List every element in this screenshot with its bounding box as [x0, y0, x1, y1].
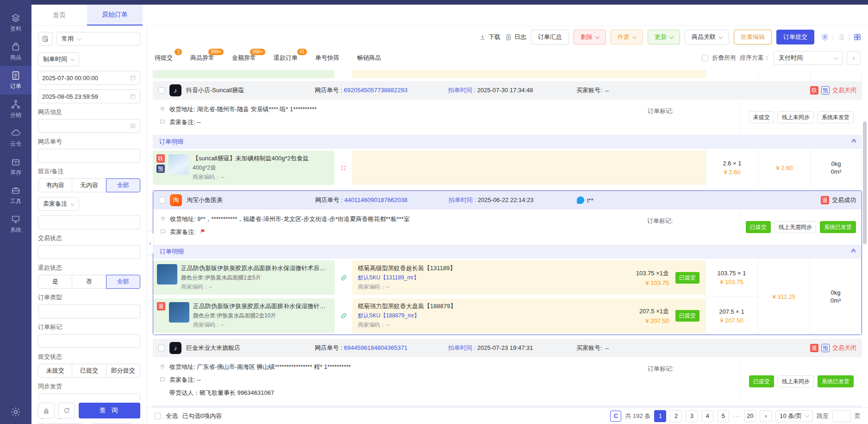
- link-status-cell[interactable]: [335, 259, 352, 297]
- product-link-button[interactable]: 商品关联: [685, 30, 729, 44]
- tab-home[interactable]: 首页: [31, 5, 87, 25]
- page-button-5[interactable]: 5: [717, 410, 729, 422]
- submit-opt-partial[interactable]: 部分提交: [106, 364, 140, 378]
- sidebar-settings-button[interactable]: [0, 406, 31, 418]
- next-icon: ›: [765, 412, 767, 419]
- void-button[interactable]: 作废: [611, 30, 643, 44]
- order-items: 联 预 【suncall膳寇】未加碘精制盐400g*2包食盐 400g*2袋 商…: [153, 149, 862, 187]
- delete-button[interactable]: 删除: [574, 30, 606, 44]
- order-no-link[interactable]: 4401146090187662038: [344, 196, 407, 203]
- page-button-2[interactable]: 2: [670, 410, 682, 422]
- collapse-all-checkbox[interactable]: [702, 55, 708, 61]
- date-to-input[interactable]: [42, 93, 130, 100]
- next-page-button[interactable]: ›: [760, 410, 772, 422]
- sort-direction-button[interactable]: ↑: [847, 51, 861, 65]
- shop-no-input[interactable]: [42, 152, 136, 159]
- filter-preset-select[interactable]: 常用: [56, 32, 140, 46]
- sidebar-item-system[interactable]: 系统: [0, 209, 31, 238]
- refund-opt-yes[interactable]: 是: [38, 275, 72, 289]
- shop-info-input[interactable]: [42, 123, 130, 130]
- matched-merchant-code: 商家编码：--: [358, 283, 630, 291]
- link-status-cell[interactable]: [334, 149, 352, 187]
- panel-collapse-handle[interactable]: ‹: [147, 231, 154, 256]
- msg-opt-no-content[interactable]: 无内容: [72, 178, 106, 192]
- quick-tab-amount-abnormal[interactable]: 金额异常999+: [232, 54, 256, 62]
- settings-gear-icon[interactable]: [821, 33, 829, 41]
- total-amount: ¥ 2.60: [776, 165, 793, 171]
- download-button[interactable]: 下载: [479, 33, 500, 41]
- sidebar-item-orders[interactable]: 订单: [0, 66, 31, 95]
- buyer-label: 买家账号:: [576, 344, 602, 352]
- sidebar-item-distribution[interactable]: 分销: [0, 95, 31, 123]
- seller-note-input[interactable]: [42, 219, 136, 226]
- search-button[interactable]: 查 询: [79, 403, 140, 418]
- trade-status-input[interactable]: [42, 249, 136, 256]
- collapse-detail-button[interactable]: [852, 249, 855, 254]
- refund-opt-no[interactable]: 否: [72, 275, 106, 289]
- batch-edit-button[interactable]: 批量编辑: [734, 30, 772, 44]
- collapse-all-label: 折叠所有: [712, 54, 736, 62]
- log-button[interactable]: 日志: [505, 33, 526, 41]
- status-submitted: 已提交: [746, 221, 771, 233]
- page-ellipsis[interactable]: ···: [733, 412, 740, 419]
- submit-opt-submitted[interactable]: 已提交: [72, 364, 106, 378]
- order-checkbox[interactable]: [158, 87, 165, 94]
- link-status-cell[interactable]: [335, 297, 352, 335]
- page-button-3[interactable]: 3: [686, 410, 698, 422]
- date-from-input[interactable]: [42, 75, 130, 82]
- sidebar-item-tools[interactable]: 工具: [0, 181, 31, 209]
- order-submit-button[interactable]: 订单提交: [776, 30, 814, 44]
- order-checkbox[interactable]: [158, 345, 165, 351]
- card-view-icon[interactable]: [853, 33, 862, 41]
- collapse-detail-button[interactable]: [852, 139, 856, 144]
- quick-tab-hot-products[interactable]: 畅销商品: [357, 54, 381, 62]
- quick-tab-refund-orders[interactable]: 退款订单41: [274, 54, 298, 62]
- submit-opt-unsubmitted[interactable]: 未提交: [38, 364, 72, 378]
- time-type-select[interactable]: 制单时间: [38, 52, 79, 66]
- msg-opt-all[interactable]: 全部: [106, 178, 140, 192]
- vertical-scrollbar[interactable]: [863, 121, 867, 244]
- reset-button[interactable]: [58, 403, 75, 418]
- sidebar-item-inventory[interactable]: 库存: [0, 152, 31, 181]
- filter-template-button[interactable]: [38, 32, 53, 46]
- matched-sku[interactable]: 默认SKU【131189_mr】: [358, 274, 630, 282]
- page-button-last[interactable]: 20: [744, 410, 756, 422]
- sidebar-item-products[interactable]: 商品: [0, 37, 31, 66]
- seller-note-select[interactable]: 卖家备注: [38, 197, 79, 211]
- per-page-select[interactable]: 10 条/页: [775, 410, 813, 422]
- matched-sku[interactable]: 默认SKU【188879_mr】: [358, 312, 633, 320]
- sidebar-label: 系统: [10, 226, 21, 234]
- sidebar-item-cloud-warehouse[interactable]: 云仓: [0, 123, 31, 152]
- sort-select[interactable]: 支付时间: [774, 51, 843, 65]
- order-summary-button[interactable]: 订单汇总: [531, 30, 569, 44]
- tag-refund: 退: [821, 196, 829, 204]
- page-button-1[interactable]: 1: [654, 410, 666, 422]
- refresh-count-button[interactable]: C: [610, 411, 621, 422]
- msg-opt-has-content[interactable]: 有内容: [38, 178, 72, 192]
- clear-filters-button[interactable]: [38, 403, 55, 418]
- order-no-link[interactable]: 6944596184804365371: [344, 344, 407, 351]
- item-product-cell: 退 正品防伪新版伊肤泉胶原水晶面膜补水保湿微针术后修复... 颜色分类:伊肤泉水…: [153, 298, 335, 333]
- item-total-cell: ¥ 2.60: [758, 149, 810, 187]
- date-from-field: [38, 71, 140, 85]
- status-online-no-sync: 线上无需同步: [774, 221, 816, 233]
- quick-tab-pending-submit[interactable]: 待提交1: [155, 54, 173, 62]
- order-mark-input[interactable]: [42, 338, 136, 345]
- order-no-link[interactable]: 6920545057738882293: [344, 87, 407, 94]
- batch-label: 批量编辑: [741, 33, 765, 41]
- refund-opt-all[interactable]: 全部: [106, 275, 140, 289]
- product-thumbnail: [169, 302, 189, 323]
- select-all-checkbox[interactable]: [155, 413, 161, 419]
- quick-tab-order-no-filter[interactable]: 单号快筛: [315, 54, 339, 62]
- order-type-input[interactable]: [42, 308, 136, 315]
- jump-page-input[interactable]: [832, 410, 851, 422]
- order-checkbox[interactable]: [159, 197, 165, 203]
- update-button[interactable]: 更新: [648, 30, 680, 44]
- order-mark-label: 订单标记: [38, 323, 140, 331]
- list-view-icon[interactable]: [837, 33, 845, 41]
- volume-value: 0m³: [831, 168, 841, 175]
- tab-original-orders[interactable]: 原始订单: [87, 5, 143, 25]
- quick-tab-product-abnormal[interactable]: 商品异常999+: [190, 54, 214, 62]
- sidebar-item-data[interactable]: 资料: [0, 8, 31, 37]
- page-button-4[interactable]: 4: [701, 410, 713, 422]
